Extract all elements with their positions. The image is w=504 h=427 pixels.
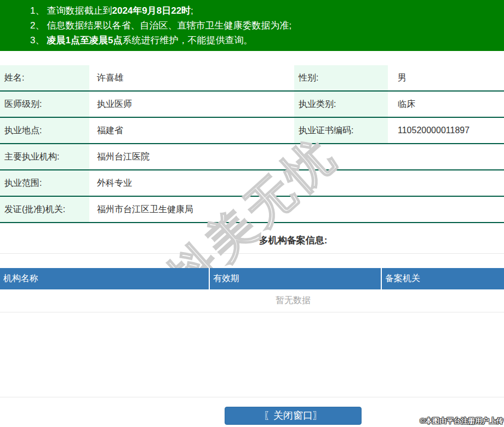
field-label-name: 姓名: — [0, 65, 89, 91]
notice-line-2: 2、信息数据结果以各省、自治区、直辖市卫生健康委数据为准; — [30, 18, 504, 33]
field-label-doctor-level: 医师级别: — [0, 91, 89, 117]
multi-org-section-title: 多机构备案信息: — [0, 223, 504, 254]
field-value-practice-scope: 外科专业 — [89, 170, 504, 196]
empty-data-text: 暂无数据 — [0, 289, 504, 312]
field-label-issuing-authority: 发证(批准)机关: — [0, 196, 89, 223]
field-label-main-institution: 主要执业机构: — [0, 144, 89, 170]
multi-org-registry-table: 机构名称 有效期 备案机关 暂无数据 — [0, 268, 504, 312]
notice-line-3: 3、凌晨1点至凌晨5点系统进行维护，不能提供查询。 — [30, 33, 504, 48]
field-value-issuing-authority: 福州市台江区卫生健康局 — [89, 196, 504, 223]
table-row: 姓名: 许喜雄 性别: 男 — [0, 65, 504, 91]
field-label-practice-location: 执业地点: — [0, 117, 89, 144]
field-value-practice-category: 临床 — [388, 91, 504, 117]
field-value-certificate-number: 110520000011897 — [388, 117, 504, 144]
notice-text: 信息数据结果以各省、自治区、直辖市卫生健康委数据为准; — [47, 20, 291, 31]
field-value-practice-location: 福建省 — [89, 117, 294, 144]
notice-line-1: 1、查询数据截止到2024年9月8日22时; — [30, 3, 504, 18]
result-panel: 姓名: 许喜雄 性别: 男 医师级别: 执业医师 执业类别: 临床 执业地点: … — [0, 65, 504, 425]
field-value-name: 许喜雄 — [89, 65, 294, 91]
registry-header-row: 机构名称 有效期 备案机关 — [0, 268, 504, 289]
notice-text: 系统进行维护，不能提供查询。 — [122, 35, 253, 45]
table-row: 主要执业机构: 福州台江医院 — [0, 144, 504, 170]
notice-text: 查询数据截止到 — [47, 5, 112, 16]
notice-banner: 1、查询数据截止到2024年9月8日22时; 2、信息数据结果以各省、自治区、直… — [0, 0, 504, 51]
close-window-button[interactable]: 〖关闭窗口〗 — [225, 407, 362, 425]
notice-number: 2、 — [30, 20, 44, 31]
field-value-doctor-level: 执业医师 — [89, 91, 294, 117]
field-value-main-institution: 福州台江医院 — [89, 144, 504, 170]
copyright-stamp: ©本图由平台注册用户上传 — [420, 416, 503, 426]
column-header-filing-authority: 备案机关 — [381, 268, 504, 289]
field-label-certificate-number: 执业证书编码: — [294, 117, 388, 144]
table-row: 执业范围: 外科专业 — [0, 170, 504, 196]
notice-text-bold: 2024年9月8日22时 — [112, 5, 191, 16]
registry-empty-row: 暂无数据 — [0, 289, 504, 312]
notice-number: 3、 — [30, 35, 44, 45]
field-value-gender: 男 — [388, 65, 504, 91]
physician-detail-table: 姓名: 许喜雄 性别: 男 医师级别: 执业医师 执业类别: 临床 执业地点: … — [0, 65, 504, 223]
column-header-validity-period: 有效期 — [209, 268, 381, 289]
notice-text-bold: 凌晨1点至凌晨5点 — [47, 35, 122, 45]
field-label-practice-category: 执业类别: — [294, 91, 388, 117]
column-header-institution-name: 机构名称 — [0, 268, 209, 289]
table-row: 执业地点: 福建省 执业证书编码: 110520000011897 — [0, 117, 504, 144]
field-label-gender: 性别: — [294, 65, 388, 91]
notice-number: 1、 — [30, 5, 44, 16]
notice-text: ; — [191, 5, 193, 16]
table-row: 发证(批准)机关: 福州市台江区卫生健康局 — [0, 196, 504, 223]
table-row: 医师级别: 执业医师 执业类别: 临床 — [0, 91, 504, 117]
field-label-practice-scope: 执业范围: — [0, 170, 89, 196]
